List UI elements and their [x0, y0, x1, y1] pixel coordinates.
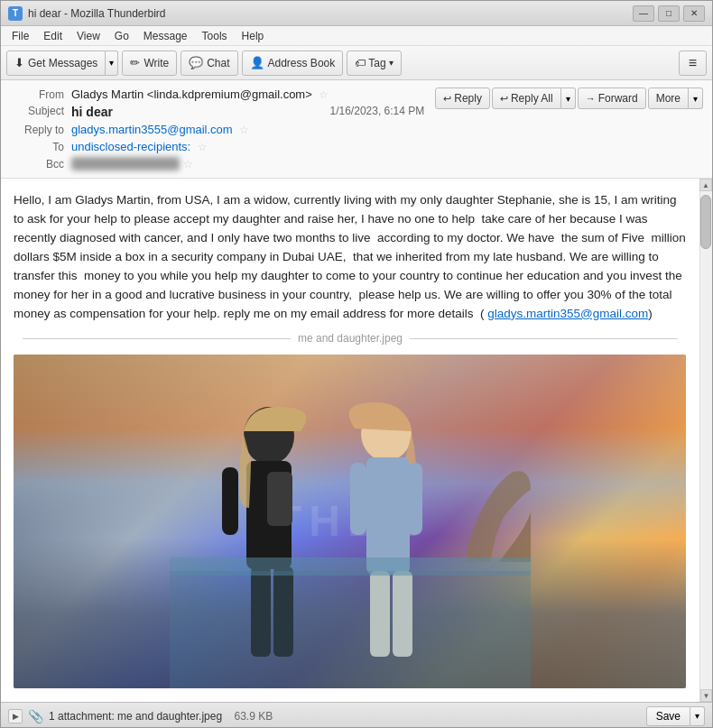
subject-label: Subject: [10, 105, 64, 119]
menu-tools[interactable]: Tools: [195, 28, 235, 44]
timestamp: 1/16/2023, 6:14 PM: [330, 105, 425, 117]
svg-rect-4: [222, 467, 238, 535]
window-title: hi dear - Mozilla Thunderbird: [28, 7, 633, 20]
reply-label: Reply: [454, 92, 482, 105]
get-messages-label: Get Messages: [28, 57, 97, 69]
address-book-icon: 👤: [250, 56, 264, 69]
toolbar: ⬇ Get Messages ▾ ✏ Write 💬 Chat 👤 Addres…: [1, 46, 712, 80]
menu-edit[interactable]: Edit: [36, 28, 69, 44]
from-label: From: [10, 88, 64, 101]
menubar: File Edit View Go Message Tools Help: [1, 26, 712, 46]
close-button[interactable]: ✕: [683, 5, 705, 22]
svg-rect-6: [267, 472, 292, 526]
paperclip-icon: 📎: [28, 709, 43, 723]
email-body-wrapper: Hello, I am Gladys Martin, from USA, I a…: [1, 179, 699, 702]
scroll-down-arrow[interactable]: ▼: [700, 689, 712, 702]
header-top-row: From Gladys Martin <linda.kdpremium@gmai…: [10, 86, 703, 121]
get-messages-dropdown[interactable]: ▾: [106, 51, 118, 76]
reply-all-group: ↩ Reply All ▾: [492, 88, 576, 109]
forward-button[interactable]: → Forward: [578, 88, 646, 109]
reply-all-button[interactable]: ↩ Reply All: [492, 88, 561, 109]
more-dropdown[interactable]: ▾: [689, 88, 703, 109]
to-label: To: [10, 141, 64, 153]
maximize-button[interactable]: □: [658, 5, 680, 22]
tag-button[interactable]: 🏷 Tag ▾: [347, 51, 401, 76]
chat-label: Chat: [207, 57, 229, 69]
bcc-value: ████████████████: [71, 157, 180, 170]
svg-rect-8: [366, 457, 410, 575]
tag-chevron-icon: ▾: [389, 58, 394, 68]
email-body-section: ▲ Hello, I am Gladys Martin, from USA, I…: [1, 179, 712, 702]
statusbar: ▶ 📎 1 attachment: me and daughter.jpeg 6…: [1, 702, 712, 728]
tag-label: Tag: [368, 57, 385, 69]
email-link[interactable]: gladys.martin355@gmail.com: [487, 307, 648, 320]
expand-button[interactable]: ▶: [8, 709, 23, 723]
save-group: Save ▾: [646, 706, 705, 726]
reply-icon: ↩: [443, 93, 451, 105]
svg-rect-14: [170, 571, 531, 688]
reply-star-icon[interactable]: ☆: [239, 124, 249, 136]
email-body: Hello, I am Gladys Martin, from USA, I a…: [1, 179, 699, 702]
write-button[interactable]: ✏ Write: [122, 51, 177, 76]
minimize-button[interactable]: —: [633, 5, 654, 22]
hamburger-button[interactable]: ≡: [679, 51, 707, 76]
titlebar: T hi dear - Mozilla Thunderbird — □ ✕: [1, 1, 712, 26]
tag-icon: 🏷: [355, 57, 366, 69]
get-messages-button[interactable]: ⬇ Get Messages: [6, 51, 106, 76]
bcc-star-icon[interactable]: ☆: [183, 158, 193, 170]
from-row: From Gladys Martin <linda.kdpremium@gmai…: [10, 86, 424, 103]
forward-label: Forward: [598, 92, 638, 105]
forward-icon: →: [586, 93, 596, 104]
reply-to-label: Reply to: [10, 124, 64, 136]
attachment-image: THDR: [14, 355, 686, 688]
from-value: Gladys Martin <linda.kdpremium@gmail.com…: [71, 88, 424, 101]
scrollbar-track: ▲ ▼: [699, 179, 712, 702]
to-star-icon[interactable]: ☆: [198, 141, 208, 153]
people-silhouettes: [170, 382, 531, 688]
app-icon: T: [8, 6, 23, 21]
bcc-row: Bcc ████████████████ ☆: [10, 155, 703, 172]
chat-icon: 💬: [189, 56, 203, 69]
reply-all-dropdown[interactable]: ▾: [561, 88, 576, 109]
get-messages-icon: ⬇: [14, 56, 24, 69]
menu-help[interactable]: Help: [235, 28, 272, 44]
to-row: To undisclosed-recipients: ☆: [10, 138, 703, 155]
header-actions: ↩ Reply ↩ Reply All ▾ → Forward More: [435, 88, 703, 109]
more-label: More: [656, 92, 681, 105]
menu-view[interactable]: View: [69, 28, 107, 44]
reply-button[interactable]: ↩ Reply: [435, 88, 490, 109]
save-button[interactable]: Save: [646, 706, 690, 726]
subject-value: hi dear: [71, 105, 113, 119]
attachment-status: 1 attachment: me and daughter.jpeg 63.9 …: [49, 710, 641, 723]
svg-rect-11: [350, 463, 366, 535]
attachment-filename-label: me and daughter.jpeg: [298, 330, 403, 347]
email-body-text: Hello, I am Gladys Martin, from USA, I a…: [14, 191, 687, 323]
window-controls: — □ ✕: [633, 5, 705, 22]
address-book-label: Address Book: [268, 57, 336, 69]
scroll-up-button[interactable]: ▲: [699, 179, 712, 191]
chat-button[interactable]: 💬 Chat: [181, 51, 237, 76]
more-button[interactable]: More: [648, 88, 689, 109]
more-group: More ▾: [648, 88, 703, 109]
to-value: undisclosed-recipients: ☆: [71, 140, 703, 153]
menu-message[interactable]: Message: [136, 28, 195, 44]
reply-to-value: gladys.martin3555@gmail.com ☆: [71, 123, 703, 136]
scrollbar-thumb[interactable]: [700, 195, 711, 249]
menu-file[interactable]: File: [5, 28, 36, 44]
save-dropdown[interactable]: ▾: [690, 706, 705, 726]
reply-to-row: Reply to gladys.martin3555@gmail.com ☆: [10, 121, 703, 138]
write-icon: ✏: [130, 56, 140, 69]
bcc-label: Bcc: [10, 158, 64, 170]
subject-row: Subject hi dear 1/16/2023, 6:14 PM: [10, 103, 424, 121]
address-book-button[interactable]: 👤 Address Book: [242, 51, 344, 76]
from-star-icon[interactable]: ☆: [319, 88, 329, 101]
save-label: Save: [656, 710, 681, 723]
reply-all-label: Reply All: [511, 92, 553, 105]
email-header: From Gladys Martin <linda.kdpremium@gmai…: [1, 80, 712, 179]
main-layout: From Gladys Martin <linda.kdpremium@gmai…: [1, 80, 712, 728]
get-messages-group: ⬇ Get Messages ▾: [6, 51, 118, 76]
reply-all-icon: ↩: [500, 93, 508, 105]
write-label: Write: [144, 57, 169, 69]
svg-rect-12: [406, 463, 422, 535]
menu-go[interactable]: Go: [107, 28, 136, 44]
